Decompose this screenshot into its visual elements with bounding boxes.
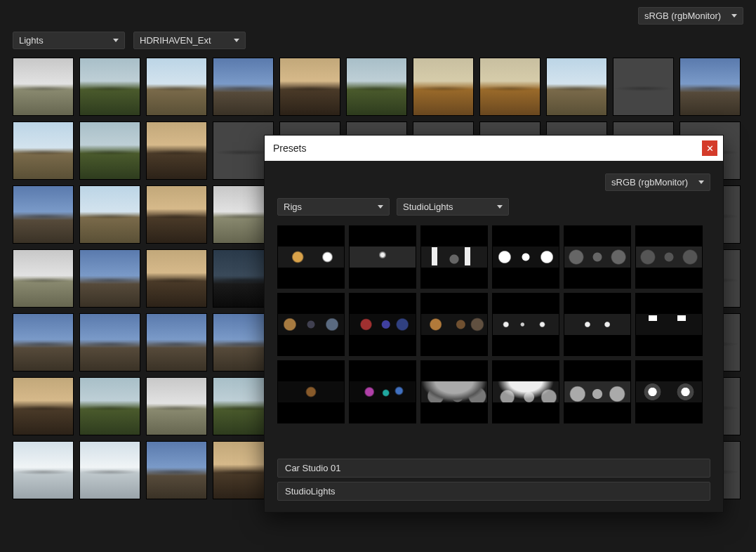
chevron-down-icon	[731, 14, 737, 18]
hdri-thumb[interactable]	[13, 185, 74, 244]
studiolight-thumb[interactable]	[564, 360, 631, 423]
hdri-thumb[interactable]	[13, 249, 74, 308]
hdri-thumb[interactable]	[79, 58, 140, 116]
collection-dropdown[interactable]: HDRIHAVEN_Ext	[133, 32, 246, 49]
chevron-down-icon	[113, 39, 119, 42]
hdri-thumb[interactable]	[146, 185, 207, 244]
studiolight-thumb[interactable]	[564, 293, 631, 356]
modal-colorspace-label: sRGB (rgbMonitor)	[611, 177, 688, 188]
hdri-thumb[interactable]	[79, 377, 140, 435]
hdri-thumb[interactable]	[146, 313, 207, 372]
hdri-thumb[interactable]	[13, 313, 74, 372]
hdri-thumb[interactable]	[79, 185, 140, 244]
dialog-title: Presets	[273, 143, 306, 154]
studiolight-thumb[interactable]	[420, 293, 488, 356]
hdri-thumb[interactable]	[13, 121, 74, 180]
studiolight-thumb[interactable]	[349, 225, 416, 289]
studiolight-thumb[interactable]	[277, 293, 345, 356]
preset-name-field[interactable]: Car Studio 01	[277, 459, 710, 478]
chevron-down-icon	[234, 39, 239, 42]
modal-category-dropdown[interactable]: Rigs	[277, 198, 390, 216]
studiolight-thumb[interactable]	[635, 360, 703, 423]
hdri-thumb[interactable]	[13, 441, 74, 499]
studiolight-thumb[interactable]	[420, 225, 488, 289]
hdri-thumb[interactable]	[146, 377, 207, 435]
studiolight-thumb[interactable]	[420, 360, 488, 423]
colorspace-dropdown[interactable]: sRGB (rgbMonitor)	[638, 7, 743, 25]
studiolight-thumb[interactable]	[349, 360, 416, 423]
close-button[interactable]: ✕	[702, 140, 717, 156]
studiolight-thumb[interactable]	[564, 225, 631, 289]
modal-collection-label: StudioLights	[403, 202, 453, 212]
chevron-down-icon	[698, 180, 704, 184]
category-label: Lights	[19, 35, 44, 46]
close-icon: ✕	[706, 144, 714, 153]
studiolight-thumb[interactable]	[277, 360, 345, 423]
hdri-thumb[interactable]	[413, 58, 474, 116]
studiolight-thumb[interactable]	[492, 293, 559, 356]
hdri-thumb[interactable]	[13, 377, 74, 435]
hdri-thumb[interactable]	[79, 313, 140, 372]
studiolight-thumb[interactable]	[492, 360, 559, 423]
modal-colorspace-dropdown[interactable]: sRGB (rgbMonitor)	[605, 173, 710, 191]
hdri-thumb[interactable]	[279, 58, 340, 116]
hdri-thumb[interactable]	[146, 121, 207, 180]
colorspace-label: sRGB (rgbMonitor)	[644, 11, 721, 21]
hdri-thumb[interactable]	[146, 58, 207, 116]
studiolights-grid	[274, 223, 713, 426]
studiolight-thumb[interactable]	[349, 293, 416, 356]
hdri-thumb[interactable]	[146, 441, 207, 499]
hdri-thumb[interactable]	[479, 58, 541, 116]
studiolight-thumb[interactable]	[635, 293, 703, 356]
collection-label: HDRIHAVEN_Ext	[140, 35, 211, 46]
hdri-thumb[interactable]	[546, 58, 607, 116]
hdri-thumb[interactable]	[213, 58, 274, 116]
studiolight-thumb[interactable]	[277, 225, 345, 289]
hdri-thumb[interactable]	[613, 58, 674, 116]
hdri-thumb[interactable]	[13, 58, 74, 116]
modal-collection-dropdown[interactable]: StudioLights	[397, 198, 509, 216]
hdri-thumb[interactable]	[79, 249, 140, 308]
modal-category-label: Rigs	[284, 202, 302, 212]
hdri-thumb[interactable]	[79, 121, 140, 180]
presets-dialog: Presets ✕ sRGB (rgbMonitor) Rigs StudioL…	[264, 135, 724, 513]
preset-collection-field[interactable]: StudioLights	[277, 482, 710, 501]
studiolight-thumb[interactable]	[635, 225, 703, 289]
category-dropdown[interactable]: Lights	[13, 32, 125, 49]
hdri-thumb[interactable]	[146, 249, 207, 308]
hdri-thumb[interactable]	[346, 58, 407, 116]
hdri-thumb[interactable]	[679, 58, 741, 116]
chevron-down-icon	[378, 205, 383, 209]
studiolight-thumb[interactable]	[492, 225, 559, 289]
hdri-thumb[interactable]	[79, 441, 140, 499]
chevron-down-icon	[497, 205, 503, 209]
dialog-titlebar: Presets ✕	[265, 136, 723, 161]
